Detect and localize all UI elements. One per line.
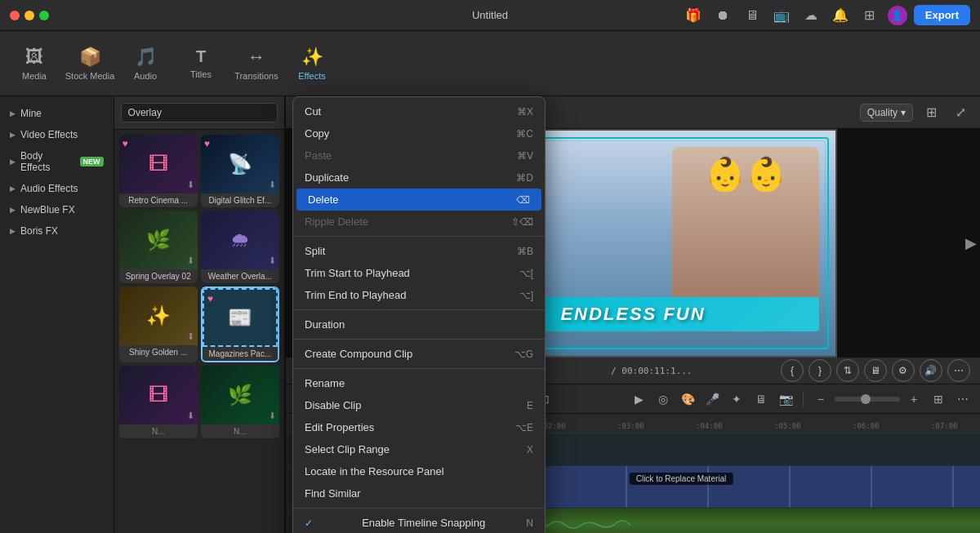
menu-paste-shortcut: ⌘V (517, 150, 533, 162)
snapping-check-icon: ✓ (305, 517, 318, 529)
menu-copy[interactable]: Copy ⌘C (293, 122, 545, 144)
menu-duplicate-shortcut: ⌘D (516, 172, 533, 184)
menu-disable-clip[interactable]: Disable Clip E (293, 394, 545, 416)
menu-trim-end-shortcut: ⌥] (519, 290, 533, 301)
menu-rename-label: Rename (305, 377, 345, 389)
menu-separator-1 (293, 236, 545, 237)
menu-trim-start-label: Trim Start to Playhead (305, 267, 410, 279)
menu-enable-snapping[interactable]: ✓ Enable Timeline Snapping N (293, 512, 545, 533)
menu-delete-shortcut: ⌫ (516, 194, 530, 206)
menu-cut[interactable]: Cut ⌘X (293, 100, 545, 122)
menu-paste: Paste ⌘V (293, 144, 545, 167)
menu-delete[interactable]: Delete ⌫ (296, 189, 541, 211)
menu-split-shortcut: ⌘B (517, 246, 533, 257)
menu-edit-properties-shortcut: ⌥E (515, 422, 533, 433)
menu-ripple-delete: Ripple Delete ⇧⌫ (293, 211, 545, 233)
menu-rename[interactable]: Rename (293, 372, 545, 394)
menu-enable-snapping-shortcut: N (526, 517, 533, 529)
menu-separator-4 (293, 368, 545, 369)
context-menu: Cut ⌘X Copy ⌘C Paste ⌘V Duplicate ⌘D Del… (292, 96, 546, 533)
menu-copy-shortcut: ⌘C (516, 128, 533, 140)
menu-separator-3 (293, 339, 545, 340)
menu-disable-clip-label: Disable Clip (305, 399, 361, 411)
menu-trim-end[interactable]: Trim End to Playhead ⌥] (293, 284, 545, 306)
menu-cut-label: Cut (305, 105, 321, 118)
menu-locate-resource-label: Locate in the Resource Panel (305, 465, 444, 477)
menu-duration[interactable]: Duration (293, 313, 545, 335)
menu-ripple-delete-label: Ripple Delete (305, 215, 368, 228)
menu-duplicate[interactable]: Duplicate ⌘D (293, 167, 545, 189)
menu-delete-label: Delete (308, 193, 339, 206)
menu-find-similar[interactable]: Find Similar (293, 482, 545, 504)
menu-trim-start[interactable]: Trim Start to Playhead ⌥[ (293, 262, 545, 284)
menu-separator-5 (293, 508, 545, 509)
menu-enable-snapping-label: Enable Timeline Snapping (362, 517, 485, 529)
menu-find-similar-label: Find Similar (305, 487, 361, 500)
menu-ripple-delete-shortcut: ⇧⌫ (511, 216, 533, 228)
menu-compound-clip-label: Create Compound Clip (305, 348, 412, 360)
menu-copy-label: Copy (305, 127, 329, 140)
context-menu-overlay[interactable]: Cut ⌘X Copy ⌘C Paste ⌘V Duplicate ⌘D Del… (0, 0, 980, 533)
menu-edit-properties-label: Edit Properties (305, 421, 374, 433)
menu-cut-shortcut: ⌘X (517, 106, 533, 118)
menu-select-clip-range-shortcut: X (527, 444, 533, 455)
menu-locate-resource[interactable]: Locate in the Resource Panel (293, 460, 545, 482)
menu-split-label: Split (305, 245, 325, 257)
menu-duplicate-label: Duplicate (305, 171, 349, 184)
menu-split[interactable]: Split ⌘B (293, 240, 545, 262)
menu-select-clip-range[interactable]: Select Clip Range X (293, 438, 545, 460)
menu-duration-label: Duration (305, 318, 345, 331)
menu-trim-end-label: Trim End to Playhead (305, 289, 407, 301)
menu-compound-clip-shortcut: ⌥G (514, 349, 533, 360)
menu-trim-start-shortcut: ⌥[ (519, 268, 533, 279)
menu-select-clip-range-label: Select Clip Range (305, 443, 390, 455)
menu-compound-clip[interactable]: Create Compound Clip ⌥G (293, 343, 545, 365)
menu-paste-label: Paste (305, 149, 332, 162)
menu-separator-2 (293, 309, 545, 310)
menu-edit-properties[interactable]: Edit Properties ⌥E (293, 416, 545, 438)
menu-disable-clip-shortcut: E (527, 400, 533, 411)
